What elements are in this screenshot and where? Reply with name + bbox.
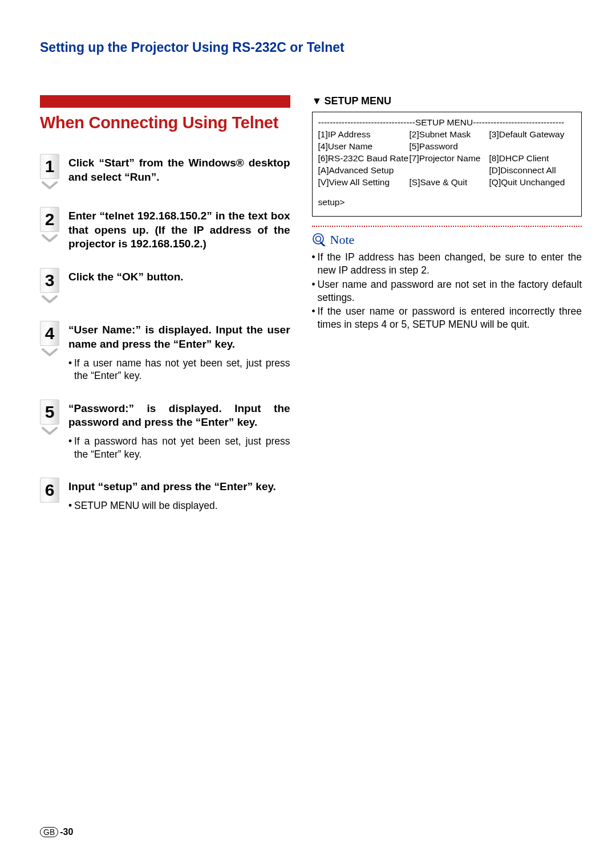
step-sub-text: •If a password has not yet been set, jus… — [68, 435, 290, 461]
step-sub-text: •If a user name has not yet been set, ju… — [68, 357, 290, 382]
step-number: 6 — [40, 478, 59, 503]
step-body: Click the “OK” button. — [68, 268, 184, 284]
down-triangle-icon: ▼ — [312, 95, 322, 107]
section-title: When Connecting Using Telnet — [40, 113, 290, 132]
setup-menu-grid: [1]IP Address[2]Subnet Mask[3]Default Ga… — [318, 129, 576, 189]
step-main-text: Click “Start” from the Windows® desktop … — [68, 156, 290, 184]
step-number-wrap: 5 — [40, 400, 59, 435]
steps-list: 1Click “Start” from the Windows® desktop… — [40, 154, 290, 512]
page-heading: Setting up the Projector Using RS-232C o… — [40, 40, 582, 55]
step-main-text: Enter “telnet 192.168.150.2” in the text… — [68, 209, 290, 251]
step-number-wrap: 1 — [40, 154, 59, 190]
language-badge: GB — [40, 827, 58, 837]
note-item: •If the user name or password is entered… — [312, 305, 582, 331]
step-main-text: Input “setup” and press the “Enter” key. — [68, 480, 276, 494]
step-main-text: “User Name:” is displayed. Input the use… — [68, 323, 290, 351]
step-body: “User Name:” is displayed. Input the use… — [68, 321, 290, 382]
setup-menu-cell: [V]View All Setting — [318, 177, 410, 189]
setup-menu-cell: [7]Projector Name — [410, 153, 489, 165]
dotted-divider — [312, 226, 582, 227]
note-item: •If the IP address has been changed, be … — [312, 251, 582, 277]
setup-menu-screenshot: ---------------------------------SETUP M… — [312, 112, 582, 217]
page-footer: GB -30 — [40, 827, 73, 837]
manual-page: Setting up the Projector Using RS-232C o… — [0, 0, 616, 868]
step-sub-text: •SETUP MENU will be displayed. — [68, 499, 276, 512]
setup-menu-cell: [4]User Name — [318, 141, 410, 153]
two-column-layout: When Connecting Using Telnet 1Click “Sta… — [40, 95, 582, 529]
step-number-wrap: 2 — [40, 207, 59, 243]
step: 3Click the “OK” button. — [40, 268, 290, 304]
setup-menu-cell — [489, 141, 576, 153]
step-number: 1 — [40, 154, 59, 179]
setup-menu-header-line: ---------------------------------SETUP M… — [318, 117, 576, 129]
page-number: -30 — [60, 827, 73, 837]
setup-menu-cell — [410, 165, 489, 177]
setup-menu-cell: [3]Default Gateway — [489, 129, 576, 141]
step: 5“Password:” is displayed. Input the pas… — [40, 400, 290, 461]
step-number: 4 — [40, 321, 59, 346]
step-body: Input “setup” and press the “Enter” key.… — [68, 478, 276, 512]
setup-menu-cell: [1]IP Address — [318, 129, 410, 141]
chevron-down-icon — [41, 295, 58, 304]
step-number-wrap: 6 — [40, 478, 59, 503]
chevron-down-icon — [41, 181, 58, 190]
step-number: 2 — [40, 207, 59, 232]
setup-menu-cell: [D]Disconnect All — [489, 165, 576, 177]
right-column: ▼SETUP MENU ----------------------------… — [312, 95, 582, 529]
step-number: 3 — [40, 268, 59, 293]
chevron-down-icon — [41, 348, 58, 357]
note-item: •User name and password are not set in t… — [312, 278, 582, 304]
step-number-wrap: 3 — [40, 268, 59, 304]
setup-menu-cell: [Q]Quit Unchanged — [489, 177, 576, 189]
step: 6Input “setup” and press the “Enter” key… — [40, 478, 290, 512]
step: 2Enter “telnet 192.168.150.2” in the tex… — [40, 207, 290, 251]
step-number-wrap: 4 — [40, 321, 59, 357]
setup-menu-cell: [8]DHCP Client — [489, 153, 576, 165]
setup-menu-heading: ▼SETUP MENU — [312, 95, 582, 107]
setup-menu-cell: [S]Save & Quit — [410, 177, 489, 189]
setup-menu-cell: [5]Password — [410, 141, 489, 153]
step-body: Enter “telnet 192.168.150.2” in the text… — [68, 207, 290, 251]
step-main-text: “Password:” is displayed. Input the pass… — [68, 402, 290, 430]
step: 4“User Name:” is displayed. Input the us… — [40, 321, 290, 382]
left-column: When Connecting Using Telnet 1Click “Sta… — [40, 95, 290, 529]
step-main-text: Click the “OK” button. — [68, 270, 184, 284]
step-body: Click “Start” from the Windows® desktop … — [68, 154, 290, 184]
step-number: 5 — [40, 400, 59, 425]
setup-menu-cell: [A]Advanced Setup — [318, 165, 410, 177]
step-body: “Password:” is displayed. Input the pass… — [68, 400, 290, 461]
note-header: Note — [312, 233, 582, 247]
note-pen-icon — [312, 233, 327, 247]
note-label: Note — [330, 233, 355, 247]
section-red-bar — [40, 95, 290, 108]
svg-point-1 — [315, 237, 321, 242]
setup-menu-heading-text: SETUP MENU — [324, 95, 391, 107]
setup-menu-cell: [2]Subnet Mask — [410, 129, 489, 141]
notes-list: •If the IP address has been changed, be … — [312, 251, 582, 331]
chevron-down-icon — [41, 234, 58, 243]
setup-menu-prompt: setup> — [318, 197, 576, 209]
step: 1Click “Start” from the Windows® desktop… — [40, 154, 290, 190]
chevron-down-icon — [41, 426, 58, 435]
setup-menu-cell: [6]RS-232C Baud Rate — [318, 153, 410, 165]
